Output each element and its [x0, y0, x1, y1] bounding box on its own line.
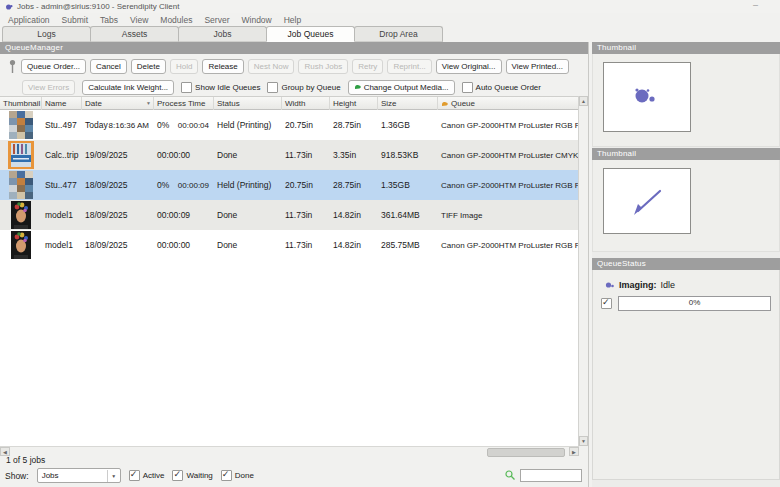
menu-server[interactable]: Server — [204, 15, 229, 25]
menu-view[interactable]: View — [130, 15, 148, 25]
column-status[interactable]: Status — [214, 97, 282, 110]
queue-toolbar-row2: View Errors Calculate Ink Weight... Show… — [22, 79, 586, 95]
imaging-state: Idle — [661, 280, 676, 290]
nest-now-button[interactable]: Nest Now — [248, 59, 295, 74]
scroll-right-icon[interactable]: ▶ — [569, 447, 579, 456]
job-name: Calc..trip — [42, 150, 82, 160]
column-name[interactable]: Name — [42, 97, 82, 110]
job-queue: TIFF Image — [438, 211, 579, 220]
pushpin-icon[interactable] — [8, 59, 17, 74]
waiting-checkbox[interactable]: Waiting — [172, 470, 212, 481]
column-process-time[interactable]: Process Time — [154, 97, 214, 110]
menu-help[interactable]: Help — [284, 15, 301, 25]
queue-orange-icon — [441, 100, 449, 108]
group-by-queue-checkbox[interactable]: Group by Queue — [267, 82, 340, 93]
tab-job-queues[interactable]: Job Queues — [266, 26, 355, 42]
job-thumbnail — [0, 141, 42, 169]
tab-assets[interactable]: Assets — [90, 26, 179, 42]
thumbnail-panel-2-header: Thumbnail — [592, 148, 780, 160]
thumbnail-preview-2 — [603, 168, 691, 234]
calculate-ink-weight-button[interactable]: Calculate Ink Weight... — [82, 80, 174, 95]
menu-window[interactable]: Window — [242, 15, 272, 25]
table-row[interactable]: Stu..497 Today 8:16:36 AM 0% 00:00:04 He… — [0, 110, 579, 140]
job-date: 18/09/2025 — [82, 240, 154, 250]
column-width[interactable]: Width — [282, 97, 330, 110]
rush-jobs-button[interactable]: Rush Jobs — [298, 59, 348, 74]
scroll-down-icon[interactable]: ▼ — [579, 436, 588, 446]
job-status: Done — [214, 150, 282, 160]
view-printed-button[interactable]: View Printed... — [506, 59, 569, 74]
scrollbar-thumb[interactable] — [487, 448, 565, 457]
job-height: 14.82in — [330, 210, 378, 220]
column-thumbnail[interactable]: Thumbnail — [0, 97, 42, 110]
right-side-panels: Thumbnail Thumbnail QueueStatus Imaging: — [592, 42, 780, 487]
column-height[interactable]: Height — [330, 97, 378, 110]
view-errors-button[interactable]: View Errors — [22, 80, 75, 95]
column-queue[interactable]: Queue — [438, 97, 579, 110]
job-height: 3.35in — [330, 150, 378, 160]
job-process-time: 0% 00:00:09 — [154, 180, 214, 190]
job-date: Today 8:16:36 AM — [82, 120, 154, 130]
job-width: 11.73in — [282, 240, 330, 250]
chevron-down-icon: ▼ — [107, 470, 120, 482]
job-count-status: 1 of 5 jobs — [6, 455, 45, 465]
release-button[interactable]: Release — [202, 59, 243, 74]
queue-toolbar-row1: Queue Order... Cancel Delete Hold Releas… — [8, 58, 586, 75]
job-size: 1.36GB — [378, 120, 438, 130]
portrait-thumbnail-icon — [11, 201, 31, 229]
imaging-engine-icon — [605, 281, 615, 289]
menu-submit[interactable]: Submit — [62, 15, 88, 25]
queue-order-button[interactable]: Queue Order... — [21, 59, 86, 74]
change-output-media-button[interactable]: Change Output Media... — [348, 80, 455, 95]
show-dropdown[interactable]: Jobs ▼ — [37, 468, 121, 483]
tab-drop-area[interactable]: Drop Area — [354, 26, 443, 42]
job-process-time: 00:00:09 — [154, 210, 214, 220]
job-queue: Canon GP-2000HTM ProLuster RGB Photo — [438, 121, 579, 130]
job-size: 918.53KB — [378, 150, 438, 160]
job-status: Done — [214, 240, 282, 250]
menu-application[interactable]: Application — [8, 15, 50, 25]
vertical-scrollbar[interactable]: ▲ ▼ — [578, 96, 588, 446]
table-row[interactable]: model1 18/09/2025 00:00:00 Done 11.73in … — [0, 230, 579, 260]
job-status: Done — [214, 210, 282, 220]
job-thumbnail — [0, 111, 42, 139]
delete-button[interactable]: Delete — [131, 59, 166, 74]
search-input[interactable] — [520, 469, 582, 482]
scroll-up-icon[interactable]: ▲ — [579, 96, 588, 106]
portrait-thumbnail-icon — [11, 231, 31, 259]
job-progress: 0% — [157, 180, 169, 190]
show-idle-queues-checkbox[interactable]: Show Idle Queues — [181, 82, 260, 93]
minimize-button[interactable]: – — [753, 0, 758, 10]
retry-button[interactable]: Retry — [352, 59, 383, 74]
search-area — [505, 469, 582, 482]
table-row-selected[interactable]: Stu..477 18/09/2025 0% 00:00:09 Held (Pr… — [0, 170, 579, 200]
column-size[interactable]: Size — [378, 97, 438, 110]
hold-button[interactable]: Hold — [170, 59, 198, 74]
imaging-label: Imaging: — [619, 280, 657, 290]
table-row[interactable]: Calc..trip 19/09/2025 00:00:00 Done 11.7… — [0, 140, 579, 170]
view-original-button[interactable]: View Original... — [436, 59, 502, 74]
job-process-time: 0% 00:00:04 — [154, 120, 214, 130]
show-label: Show: — [5, 471, 29, 481]
horizontal-scrollbar[interactable]: ◀ ▶ — [0, 446, 579, 456]
search-icon — [505, 470, 516, 481]
cancel-button[interactable]: Cancel — [90, 59, 127, 74]
reprint-button[interactable]: Reprint... — [387, 59, 431, 74]
column-date[interactable]: Date ▼ — [82, 97, 154, 110]
table-row[interactable]: model1 18/09/2025 00:00:09 Done 11.73in … — [0, 200, 579, 230]
window-titlebar: Jobs - admin@sirius:9100 - Serendipity C… — [0, 0, 780, 13]
collage-thumbnail-icon — [9, 111, 33, 139]
done-checkbox[interactable]: Done — [221, 470, 254, 481]
tab-logs[interactable]: Logs — [2, 26, 91, 42]
menu-modules[interactable]: Modules — [160, 15, 192, 25]
imaging-status-line: Imaging: Idle — [605, 280, 675, 290]
menu-tabs[interactable]: Tabs — [100, 15, 118, 25]
active-checkbox[interactable]: Active — [129, 470, 165, 481]
job-progress: 0% — [157, 120, 169, 130]
tab-jobs[interactable]: Jobs — [178, 26, 267, 42]
auto-queue-order-checkbox[interactable]: Auto Queue Order — [462, 82, 541, 93]
job-width: 11.73in — [282, 150, 330, 160]
queue-manager-panel: QueueManager Queue Order... Cancel Delet… — [0, 42, 589, 487]
job-size: 1.35GB — [378, 180, 438, 190]
imaging-enabled-checkbox[interactable] — [601, 298, 612, 309]
